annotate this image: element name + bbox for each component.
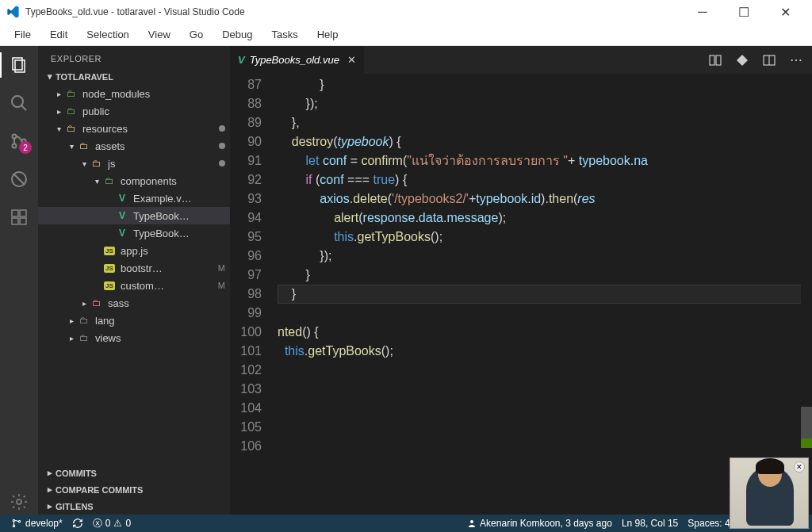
code-line[interactable]: } [278,75,812,94]
menu-selection[interactable]: Selection [79,27,136,42]
file-TypeBook…[interactable]: VTypeBook… [38,224,230,242]
js-file-icon: JS [103,244,116,257]
source-control-icon[interactable]: 2 [6,128,32,154]
folder-resources[interactable]: ▾🗀resources [38,120,230,137]
menu-tasks[interactable]: Tasks [263,27,305,42]
folder-icon: 🗀 [78,314,90,327]
menu-help[interactable]: Help [309,27,347,42]
vscode-logo-icon [6,6,19,18]
menu-go[interactable]: Go [182,27,211,42]
minimize-button[interactable]: ─ [691,4,714,20]
sync-icon[interactable] [67,518,88,529]
file-Example.v…[interactable]: VExample.v… [38,189,230,207]
extensions-icon[interactable] [6,205,32,230]
folder-sass[interactable]: ▸🗀sass [38,294,230,312]
svg-rect-9 [12,210,18,216]
close-button[interactable]: ✕ [774,4,796,20]
sidebar-section-gitlens[interactable]: ▸ GITLENS [38,498,230,515]
file-app.js[interactable]: JSapp.js [38,242,230,259]
debug-icon[interactable] [6,166,32,192]
git-dirty-dot [219,125,225,132]
sidebar: EXPLORER ▾ TOTLARAVEL ▸🗀node_modules▸🗀pu… [38,46,230,515]
chevron-down-icon: ▾ [57,124,65,133]
compare-icon[interactable] [707,52,723,68]
chevron-down-icon: ▾ [48,71,52,82]
editor-actions: ⋯ [707,52,812,68]
code-line[interactable]: this.getTypBooks(); [278,342,812,361]
tree-item-label: resources [82,123,219,135]
problems[interactable]: ⓧ0 ⚠0 [88,517,136,530]
code-line[interactable] [278,304,812,323]
minimap[interactable] [801,74,812,515]
file-custom…[interactable]: JScustom…M [38,277,230,294]
sidebar-section-compare-commits[interactable]: ▸ COMPARE COMMITS [38,481,230,498]
code-line[interactable]: if (conf === true) { [278,170,812,189]
menu-edit[interactable]: Edit [42,27,75,42]
explorer-icon[interactable] [6,52,32,78]
tab-active[interactable]: V TypeBooks_old.vue ✕ [230,46,364,74]
line-number: 96 [230,247,262,266]
sidebar-section-commits[interactable]: ▸ COMMITS [38,465,230,481]
chevron-right-icon: ▸ [82,299,90,308]
svg-rect-14 [710,55,714,65]
code-line[interactable] [278,380,812,399]
code-line[interactable]: }, [278,113,812,132]
diamond-icon[interactable] [734,52,750,68]
cursor-position[interactable]: Ln 98, Col 15 [617,518,683,529]
tree-item-label: node_modules [82,88,230,100]
code-line[interactable]: } [278,266,812,285]
svg-rect-11 [12,218,18,224]
code-line[interactable] [278,399,812,418]
maximize-button[interactable]: ☐ [733,4,755,20]
code-line[interactable]: alert(response.data.message); [278,209,812,228]
code-line[interactable]: }); [278,247,812,266]
folder-lang[interactable]: ▸🗀lang [38,312,230,329]
code-line[interactable] [278,418,812,437]
file-bootstr…[interactable]: JSbootstr…M [38,259,230,277]
code-line[interactable]: }); [278,94,812,113]
folder-node_modules[interactable]: ▸🗀node_modules [38,85,230,102]
code-line[interactable]: axios.delete('/typebooks2/'+typebook.id)… [278,189,812,209]
settings-gear-icon[interactable] [6,489,32,515]
tree-item-label: app.js [121,245,230,257]
code-line[interactable] [278,361,812,380]
code-line[interactable]: let conf = confirm("แน่ใจว่าต้องการลบราย… [278,151,812,170]
vue-file-icon: V [116,192,128,205]
code-line[interactable]: this.getTypBooks(); [278,228,812,247]
folder-assets[interactable]: ▾🗀assets [38,137,230,155]
split-editor-icon[interactable] [761,52,777,68]
close-tab-icon[interactable]: ✕ [347,54,356,66]
line-number: 91 [230,151,262,170]
more-icon[interactable]: ⋯ [788,52,804,68]
code-line[interactable]: destroy(typebook) { [278,132,812,151]
minimap-thumb[interactable] [801,407,812,438]
menu-debug[interactable]: Debug [214,27,260,42]
folder-js[interactable]: ▾🗀js [38,155,230,172]
line-number: 90 [230,132,262,151]
folder-icon: 🗀 [103,174,116,187]
git-blame[interactable]: Akenarin Komkoon, 3 days ago [462,518,617,529]
sidebar-project-header[interactable]: ▾ TOTLARAVEL [38,68,230,85]
svg-point-20 [18,521,20,522]
code-content[interactable]: } }); }, destroy(typebook) { let conf = … [278,74,812,515]
line-number: 95 [230,228,262,247]
code-line[interactable] [278,437,812,456]
folder-icon: 🗀 [90,157,103,170]
minimap-change-marker [801,438,812,448]
folder-public[interactable]: ▸🗀public [38,102,230,120]
menu-view[interactable]: View [140,27,178,42]
file-TypeBook…[interactable]: VTypeBook… [38,207,230,224]
editor-area: V TypeBooks_old.vue ✕ ⋯ 8788899091929394… [230,46,812,515]
js-file-icon: JS [103,279,116,292]
code-editor[interactable]: 8788899091929394959697989910010110210310… [230,74,812,515]
line-number: 87 [230,75,262,94]
search-icon[interactable] [6,90,32,116]
folder-views[interactable]: ▸🗀views [38,329,230,346]
statusbar: develop* ⓧ0 ⚠0 Akenarin Komkoon, 3 days … [0,515,812,532]
menu-file[interactable]: File [6,27,39,42]
indent-spaces[interactable]: Spaces: 4 [683,518,734,529]
code-line[interactable]: } [278,285,812,304]
folder-components[interactable]: ▾🗀components [38,172,230,189]
git-branch[interactable]: develop* [6,518,67,529]
code-line[interactable]: nted() { [278,323,812,342]
